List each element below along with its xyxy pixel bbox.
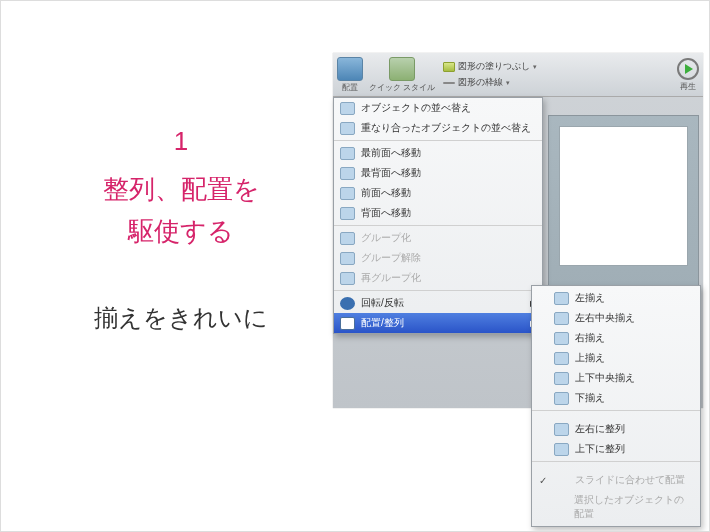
submenu-item[interactable]: 下揃え [532,388,700,408]
align-icon [554,392,569,405]
menu-item-label: グループ化 [361,231,411,245]
submenu-item[interactable]: 左右中央揃え [532,308,700,328]
arrange-icon [337,57,363,81]
submenu-item-label: 右揃え [575,331,605,345]
quick-style-icon [389,57,415,81]
submenu-item: 選択したオブジェクトの配置 [532,490,700,524]
menu-item[interactable]: 最前面へ移動 [334,143,542,163]
menu-item-label: オブジェクトの並べ替え [361,101,471,115]
menu-item[interactable]: 配置/整列▶ [334,313,542,333]
menu-item-label: 最背面へ移動 [361,166,421,180]
submenu-item-label: 左右中央揃え [575,311,635,325]
menu-separator [334,140,542,141]
align-icon [554,443,569,456]
menu-item[interactable]: 最背面へ移動 [334,163,542,183]
submenu-item-label: 上下に整列 [575,442,625,456]
menu-item-icon [340,232,355,245]
menu-item: グループ解除 [334,248,542,268]
menu-separator [532,410,700,417]
submenu-item: ✓スライドに合わせて配置 [532,470,700,490]
submenu-item[interactable]: 上下中央揃え [532,368,700,388]
menu-item[interactable]: 背面へ移動 [334,203,542,223]
align-icon [554,292,569,305]
outline-icon [443,82,455,84]
menu-item-icon [340,272,355,285]
align-submenu: 左揃え左右中央揃え右揃え上揃え上下中央揃え下揃え左右に整列上下に整列✓スライドに… [531,285,701,527]
menu-separator [532,461,700,468]
submenu-item[interactable]: 左右に整列 [532,419,700,439]
menu-item: グループ化 [334,228,542,248]
submenu-item-label: スライドに合わせて配置 [575,473,685,487]
slide-preview [559,126,688,266]
align-icon [554,423,569,436]
submenu-item-label: 上揃え [575,351,605,365]
slide-number: 1 [36,126,326,157]
menu-item-label: 重なり合ったオブジェクトの並べ替え [361,121,531,135]
submenu-item[interactable]: 右揃え [532,328,700,348]
menu-item: 再グループ化 [334,268,542,288]
submenu-item[interactable]: 左揃え [532,288,700,308]
menu-item-label: 背面へ移動 [361,206,411,220]
align-icon [554,312,569,325]
align-icon [554,332,569,345]
shape-fill-button[interactable]: 図形の塗りつぶし ▾ [441,59,539,74]
play-icon [677,58,699,80]
menu-item-label: 再グループ化 [361,271,421,285]
quick-style-button[interactable]: クイック スタイル [369,57,435,93]
menu-item-icon [340,122,355,135]
arrange-button[interactable]: 配置 [337,57,363,93]
submenu-item-label: 上下中央揃え [575,371,635,385]
menu-item-label: 配置/整列 [361,316,404,330]
fill-icon [443,62,455,72]
submenu-item-label: 左揃え [575,291,605,305]
menu-separator [334,290,542,291]
menu-item-icon [340,167,355,180]
submenu-item-label: 下揃え [575,391,605,405]
menu-item-label: グループ解除 [361,251,421,265]
chevron-down-icon: ▾ [533,63,537,71]
play-button[interactable]: 再生 [677,58,699,92]
submenu-item-label: 選択したオブジェクトの配置 [574,493,692,521]
slide-text-block: 1 整列、配置を 駆使する 揃えをきれいに [36,126,326,334]
submenu-item-label: 左右に整列 [575,422,625,436]
menu-item[interactable]: 回転/反転▶ [334,293,542,313]
menu-item-icon [340,207,355,220]
menu-item-label: 回転/反転 [361,296,404,310]
menu-item[interactable]: オブジェクトの並べ替え [334,98,542,118]
menu-item-label: 最前面へ移動 [361,146,421,160]
arrange-menu: オブジェクトの並べ替え重なり合ったオブジェクトの並べ替え最前面へ移動最背面へ移動… [333,97,543,334]
chevron-down-icon: ▾ [506,79,510,87]
slide-title: 整列、配置を 駆使する [36,169,326,252]
submenu-item[interactable]: 上下に整列 [532,439,700,459]
menu-item[interactable]: 重なり合ったオブジェクトの並べ替え [334,118,542,138]
menu-item-label: 前面へ移動 [361,186,411,200]
menu-item-icon [340,317,355,330]
shape-outline-button[interactable]: 図形の枠線 ▾ [441,75,539,90]
check-icon: ✓ [538,475,548,486]
menu-item-icon [340,252,355,265]
menu-item-icon [340,147,355,160]
menu-item-icon [340,187,355,200]
powerpoint-window: 配置 クイック スタイル 図形の塗りつぶし ▾ 図形の枠線 ▾ 再生 オブジ [333,53,703,408]
slide-subtitle: 揃えをきれいに [36,302,326,334]
submenu-item[interactable]: 上揃え [532,348,700,368]
menu-item-icon [340,102,355,115]
menu-separator [334,225,542,226]
align-icon [554,352,569,365]
ribbon-toolbar: 配置 クイック スタイル 図形の塗りつぶし ▾ 図形の枠線 ▾ 再生 [333,53,703,97]
align-icon [554,372,569,385]
menu-item[interactable]: 前面へ移動 [334,183,542,203]
menu-item-icon [340,297,355,310]
